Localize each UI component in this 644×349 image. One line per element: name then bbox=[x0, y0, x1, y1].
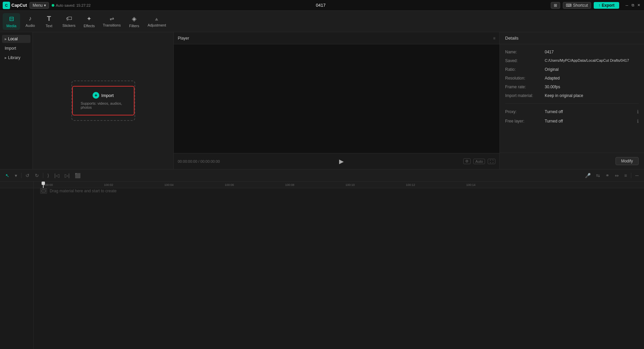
record-audio-button[interactable]: 🎤 bbox=[584, 172, 592, 179]
media-label: Media bbox=[6, 24, 16, 28]
redo-button[interactable]: ↻ bbox=[34, 172, 40, 179]
detail-value-saved: C:/Users/MyPC/AppData/Local/CapCut Draft… bbox=[545, 58, 639, 62]
minimize-button[interactable]: ─ bbox=[625, 3, 629, 8]
caption-button[interactable]: ≡ bbox=[623, 172, 628, 179]
ruler-label-area bbox=[0, 182, 33, 188]
prev-frame-button[interactable]: |◁ bbox=[53, 172, 61, 179]
details-footer: Modify bbox=[500, 153, 644, 169]
player-right-controls: ⚙ Auto ⛶ bbox=[463, 158, 495, 164]
restore-button[interactable]: ⧉ bbox=[631, 3, 635, 8]
left-panel-local[interactable]: ▶ Local bbox=[2, 35, 31, 43]
detail-row-proxy: Proxy: Turned off ℹ bbox=[505, 109, 639, 114]
adjustment-label: Adjustment bbox=[148, 23, 166, 27]
zoom-out-button[interactable]: ─ bbox=[634, 172, 640, 179]
details-panel: Details Name: 0417 Saved: C:/Users/MyPC/… bbox=[500, 32, 644, 169]
cursor-tool-button[interactable]: ↖ bbox=[4, 172, 11, 179]
detail-row-resolution: Resolution: Adapted bbox=[505, 76, 639, 81]
detail-label-framerate: Frame rate: bbox=[505, 85, 542, 89]
ruler-label-0: 100:00 bbox=[44, 183, 53, 187]
toolbar-item-adjustment[interactable]: ⟁ Adjustment bbox=[144, 14, 169, 29]
cursor-dropdown-button[interactable]: ▾ bbox=[13, 172, 18, 179]
drag-hint-text: Drag material here and start to create bbox=[50, 189, 116, 193]
player-settings-icon[interactable]: ⚙ bbox=[463, 158, 471, 164]
timeline-playhead[interactable] bbox=[43, 182, 44, 188]
details-content: Name: 0417 Saved: C:/Users/MyPC/AppData/… bbox=[500, 44, 644, 153]
adjustment-icon: ⟁ bbox=[155, 16, 158, 22]
layout-icon: ⊞ bbox=[554, 3, 557, 8]
export-label: Export bbox=[602, 3, 614, 8]
modify-button[interactable]: Modify bbox=[615, 157, 639, 165]
detail-row-freelayer-inner: Free layer: Turned off bbox=[505, 119, 637, 123]
ruler-mark-1: 100:02 bbox=[103, 183, 113, 187]
split-button[interactable]: ⟩ bbox=[46, 172, 50, 179]
timeline-empty-area: Drag material here and start to create bbox=[34, 188, 644, 204]
link2-button[interactable]: ⇔ bbox=[613, 172, 620, 179]
toolbar-item-text[interactable]: T Text bbox=[40, 13, 58, 30]
toolbar-item-effects[interactable]: ✦ Effects bbox=[80, 13, 98, 30]
detail-row-saved: Saved: C:/Users/MyPC/AppData/Local/CapCu… bbox=[505, 58, 639, 63]
toolbar-item-audio[interactable]: ♪ Audio bbox=[21, 13, 39, 30]
toolbar: ⊟ Media ♪ Audio T Text 🏷 Stickers ✦ Effe… bbox=[0, 11, 644, 32]
timeline-area: ↖ ▾ ↺ ↻ ⟩ |◁ ▷| ⬛ 🎤 ⇆ ⚭ ⇔ ≡ ─ bbox=[0, 169, 644, 349]
details-header: Details bbox=[500, 32, 644, 44]
link-button[interactable]: ⚭ bbox=[604, 172, 611, 179]
timeline-track-labels bbox=[0, 182, 34, 349]
ruler-mark-5: 100:10 bbox=[345, 183, 355, 187]
next-frame-button[interactable]: ▷| bbox=[63, 172, 71, 179]
proxy-info-icon[interactable]: ℹ bbox=[637, 109, 639, 114]
ruler-mark-4: 100:08 bbox=[284, 183, 294, 187]
toolbar-item-media[interactable]: ⊟ Media bbox=[3, 13, 20, 30]
snap-button[interactable]: ⇆ bbox=[595, 172, 601, 179]
detail-value-freelayer: Turned off bbox=[545, 119, 637, 123]
logo-text: CapCut bbox=[11, 3, 27, 8]
media-panel: + Import Supports: videos, audios, photo… bbox=[33, 32, 174, 169]
freelayer-info-icon[interactable]: ℹ bbox=[637, 118, 639, 124]
import-box-inner: + Import bbox=[93, 92, 114, 99]
detail-row-proxy-inner: Proxy: Turned off bbox=[505, 109, 637, 114]
player-auto-label[interactable]: Auto bbox=[473, 159, 485, 164]
auto-saved-indicator: Auto saved: 15:27:22 bbox=[52, 3, 91, 7]
shortcut-button[interactable]: ⌨ Shortcut bbox=[563, 2, 591, 9]
player-panel: Player ≡ 00:00:00:00 / 00:00:00:00 ▶ ⚙ A… bbox=[174, 32, 500, 169]
detail-row-ratio: Ratio: Original bbox=[505, 67, 639, 72]
player-time: 00:00:00:00 / 00:00:00:00 bbox=[178, 159, 220, 163]
left-panel-import[interactable]: Import bbox=[2, 44, 31, 52]
toolbar-item-filters[interactable]: ◈ Filters bbox=[125, 13, 143, 30]
effects-icon: ✦ bbox=[87, 15, 92, 22]
tl-separator-1 bbox=[21, 173, 21, 178]
delete-button[interactable]: ⬛ bbox=[73, 172, 82, 179]
timeline-left-tools: ↖ ▾ ↺ ↻ ⟩ |◁ ▷| ⬛ bbox=[4, 172, 82, 179]
player-title: Player bbox=[178, 36, 189, 41]
auto-saved-text: Auto saved: 15:27:22 bbox=[56, 3, 91, 7]
drag-hint-icon bbox=[40, 188, 47, 194]
toolbar-item-stickers[interactable]: 🏷 Stickers bbox=[59, 13, 79, 30]
detail-label-saved: Saved: bbox=[505, 58, 542, 63]
player-menu-icon[interactable]: ≡ bbox=[493, 36, 495, 41]
text-icon: T bbox=[47, 15, 51, 22]
filters-label: Filters bbox=[129, 24, 139, 28]
detail-row-import-material: Import material: Keep in original place bbox=[505, 93, 639, 98]
toolbar-item-transitions[interactable]: ⇌ Transitions bbox=[100, 13, 124, 29]
logo-icon: C bbox=[3, 2, 10, 9]
library-label: Library bbox=[8, 55, 20, 60]
detail-value-ratio: Original bbox=[545, 67, 639, 72]
close-button[interactable]: ✕ bbox=[637, 3, 641, 8]
transitions-label: Transitions bbox=[103, 23, 121, 27]
project-title: 0417 bbox=[316, 3, 326, 8]
effects-label: Effects bbox=[84, 24, 95, 28]
undo-button[interactable]: ↺ bbox=[24, 172, 31, 179]
library-triangle-icon: ▶ bbox=[5, 56, 7, 59]
export-button[interactable]: ↑ Export bbox=[594, 2, 619, 9]
player-fullscreen-icon[interactable]: ⛶ bbox=[488, 159, 495, 164]
top-bar-right: ⊞ ⌨ Shortcut ↑ Export ─ ⧉ ✕ bbox=[551, 2, 641, 9]
import-button[interactable]: + Import Supports: videos, audios, photo… bbox=[72, 86, 135, 115]
layout-button[interactable]: ⊞ bbox=[551, 2, 560, 9]
timeline-ruler: 100:00 100:02 100:04 100:06 100:08 100:1… bbox=[34, 182, 644, 188]
menu-button[interactable]: Menu ▾ bbox=[30, 2, 49, 9]
left-panel-library[interactable]: ▶ Library bbox=[2, 54, 31, 62]
detail-value-name: 0417 bbox=[545, 50, 639, 54]
player-time-current: 00:00:00:00 bbox=[178, 159, 197, 163]
audio-icon: ♪ bbox=[29, 15, 32, 22]
menu-label: Menu bbox=[33, 3, 43, 8]
player-play-button[interactable]: ▶ bbox=[339, 158, 344, 165]
